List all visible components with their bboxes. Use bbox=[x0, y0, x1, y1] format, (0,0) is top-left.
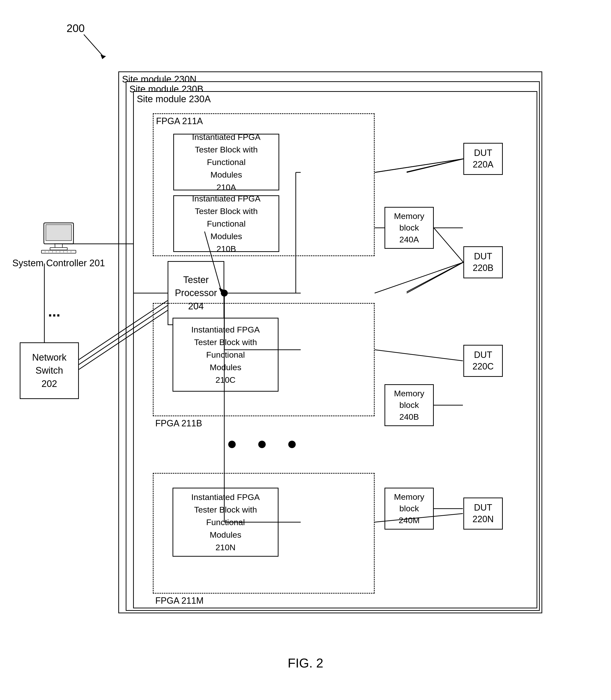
tester-block-210c-label: Instantiated FPGATester Block withFuncti… bbox=[191, 323, 260, 386]
dut-220c: DUT220C bbox=[463, 345, 503, 377]
tester-block-210b-label: Instantiated FPGATester Block withFuncti… bbox=[192, 192, 260, 255]
svg-marker-14 bbox=[101, 55, 106, 59]
dut-220a-label: DUT220A bbox=[473, 147, 493, 170]
dut-220a: DUT220A bbox=[463, 143, 503, 175]
dut-220b: DUT220B bbox=[463, 246, 503, 278]
svg-rect-1 bbox=[46, 225, 72, 241]
memory-block-240m: Memoryblock240M bbox=[385, 488, 434, 530]
dut-220c-label: DUT220C bbox=[473, 349, 494, 372]
memory-block-240b: Memoryblock240B bbox=[385, 384, 434, 426]
continuation-dots: ● ● ● bbox=[227, 433, 304, 453]
system-controller-label: System Controller 201 bbox=[12, 257, 105, 269]
memory-block-240m-label: Memoryblock240M bbox=[394, 491, 424, 526]
site-module-a-label: Site module 230A bbox=[137, 94, 211, 104]
svg-rect-3 bbox=[50, 247, 67, 250]
svg-line-13 bbox=[84, 34, 104, 57]
ref-number-200: 200 bbox=[66, 22, 85, 34]
fpga-211m-label: FPGA 211M bbox=[155, 596, 204, 606]
tester-block-210n: Instantiated FPGATester Block withFuncti… bbox=[173, 488, 279, 557]
svg-rect-2 bbox=[55, 244, 62, 247]
fpga-211b: FPGA 211B Instantiated FPGATester Block … bbox=[153, 303, 375, 416]
dut-220n-label: DUT220N bbox=[473, 502, 494, 525]
svg-rect-4 bbox=[41, 250, 76, 253]
network-switch-label: NetworkSwitch202 bbox=[32, 351, 66, 391]
diagram: 200 Site module 230N Site module 230B Si… bbox=[0, 0, 611, 700]
fpga-211m: FPGA 211M Instantiated FPGATester Block … bbox=[153, 473, 375, 594]
tester-block-210b: Instantiated FPGATester Block withFuncti… bbox=[173, 195, 279, 252]
memory-block-240a-label: Memoryblock240A bbox=[394, 210, 424, 246]
tester-block-210c: Instantiated FPGATester Block withFuncti… bbox=[173, 318, 279, 392]
memory-block-240b-label: Memoryblock240B bbox=[394, 388, 424, 423]
network-switch: NetworkSwitch202 bbox=[20, 343, 79, 399]
dut-220n: DUT220N bbox=[463, 498, 503, 530]
dut-220b-label: DUT220B bbox=[473, 251, 493, 274]
fpga-211b-label: FPGA 211B bbox=[155, 418, 202, 429]
memory-block-240a: Memoryblock240A bbox=[385, 207, 434, 249]
tester-block-210n-label: Instantiated FPGATester Block withFuncti… bbox=[191, 491, 260, 554]
ellipsis-dots: ... bbox=[48, 303, 60, 320]
fpga-211a: FPGA 211A Instantiated FPGATester Block … bbox=[153, 113, 375, 256]
tester-block-210a: Instantiated FPGATester Block withFuncti… bbox=[173, 134, 279, 191]
figure-label: FIG. 2 bbox=[288, 656, 323, 670]
system-controller: System Controller 201 bbox=[12, 222, 105, 269]
tester-block-210a-label: Instantiated FPGATester Block withFuncti… bbox=[192, 131, 260, 194]
fpga-211a-label: FPGA 211A bbox=[156, 116, 203, 126]
computer-icon bbox=[39, 222, 78, 254]
